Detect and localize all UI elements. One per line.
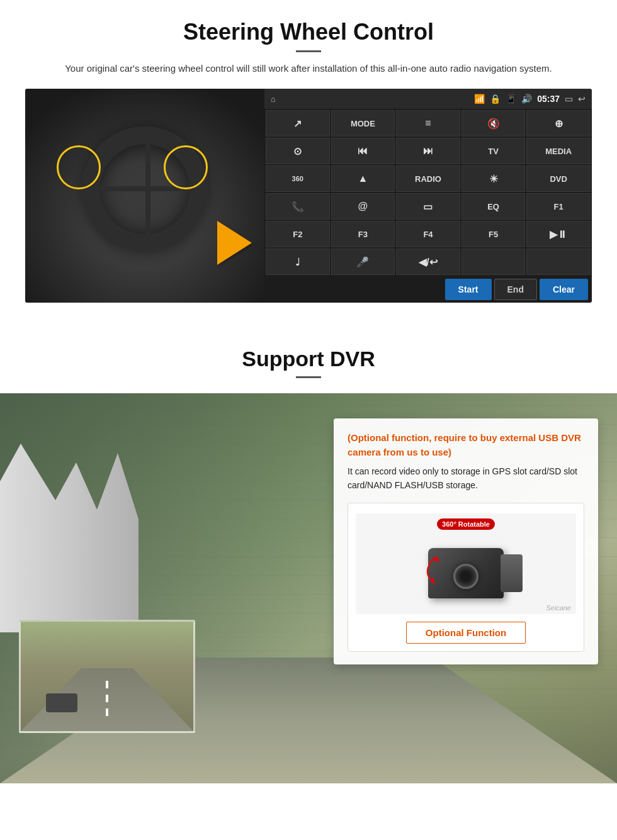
optional-function-container: Optional Function [356, 622, 576, 644]
dvr-camera-box: 360° Rotatable S [348, 503, 584, 652]
btn-music[interactable]: ♩ [266, 249, 330, 275]
btn-back-audio[interactable]: ◀/↩ [396, 249, 460, 275]
btn-settings[interactable]: ⊙ [266, 138, 330, 164]
dvr-header: Support DVR [0, 334, 617, 393]
lock-icon: 🔒 [490, 94, 501, 104]
road-line [106, 681, 108, 719]
highlight-circle-right [164, 145, 208, 189]
btn-empty1 [461, 249, 526, 275]
steering-photo [25, 89, 264, 303]
btn-navigate[interactable]: ↗ [266, 110, 330, 137]
wifi-icon: 📶 [474, 94, 485, 104]
small-car [46, 693, 77, 712]
highlight-circle-left [57, 145, 101, 189]
back-icon: ↩ [578, 94, 586, 104]
btn-f4[interactable]: F4 [396, 221, 460, 247]
btn-mode[interactable]: MODE [331, 110, 395, 137]
btn-phone[interactable]: 📞 [266, 193, 330, 220]
dvr-small-inset-photo [19, 620, 195, 733]
steering-composite: ⌂ 📶 🔒 📱 🔊 05:37 ▭ ↩ ↗ MODE ≡ 🔇 [25, 89, 592, 303]
btn-tv[interactable]: TV [461, 138, 526, 164]
btn-screen[interactable]: ▭ [396, 193, 460, 220]
optional-function-button[interactable]: Optional Function [406, 622, 526, 644]
headunit-interface: ⌂ 📶 🔒 📱 🔊 05:37 ▭ ↩ ↗ MODE ≡ 🔇 [264, 89, 592, 303]
btn-mic[interactable]: 🎤 [331, 249, 395, 275]
dvr-section: Support DVR (Optional function, require … [0, 334, 617, 783]
sim-icon: 📱 [506, 94, 516, 104]
dvr-title-divider [296, 376, 321, 378]
spoke-vertical [145, 144, 150, 235]
btn-eject[interactable]: ▲ [331, 165, 395, 192]
end-button[interactable]: End [494, 279, 537, 300]
topbar-right: 📶 🔒 📱 🔊 05:37 ▭ ↩ [474, 94, 586, 104]
btn-media[interactable]: MEDIA [526, 138, 591, 164]
btn-f3[interactable]: F3 [331, 221, 395, 247]
btn-brightness[interactable]: ☀ [461, 165, 526, 192]
camera-mount [501, 554, 523, 592]
watermark-text: Seicane [546, 604, 571, 612]
headunit-topbar: ⌂ 📶 🔒 📱 🔊 05:37 ▭ ↩ [264, 89, 592, 109]
rotate-badge: 360° Rotatable [437, 518, 495, 530]
btn-prev[interactable]: ⏮ [331, 138, 395, 164]
btn-browser[interactable]: @ [331, 193, 395, 220]
steering-section: Steering Wheel Control Your original car… [0, 0, 617, 315]
dvr-optional-notice: (Optional function, require to buy exter… [348, 431, 584, 459]
btn-f2[interactable]: F2 [266, 221, 330, 247]
btn-dvd[interactable]: DVD [526, 165, 591, 192]
buildings-left [0, 444, 139, 632]
headunit-button-grid: ↗ MODE ≡ 🔇 ⊕ ⊙ ⏮ ⏭ TV MEDIA 360 ▲ RADIO … [264, 109, 592, 276]
btn-360[interactable]: 360 [266, 165, 330, 192]
dvr-description: It can record video only to storage in G… [348, 464, 584, 493]
clear-button[interactable]: Clear [540, 279, 588, 300]
start-button[interactable]: Start [445, 279, 492, 300]
dvr-info-box: (Optional function, require to buy exter… [334, 418, 598, 664]
volume-icon: 🔊 [521, 94, 532, 104]
topbar-left: ⌂ [271, 94, 276, 104]
clock-display: 05:37 [537, 94, 560, 104]
btn-f5[interactable]: F5 [461, 221, 526, 247]
title-divider [296, 50, 321, 52]
dvr-title: Support DVR [25, 347, 592, 371]
home-icon: ⌂ [271, 94, 276, 104]
yellow-arrow [217, 221, 252, 265]
btn-empty2 [526, 249, 591, 275]
dvr-camera-visual: 360° Rotatable S [356, 513, 576, 614]
dvr-background-photo: (Optional function, require to buy exter… [0, 393, 617, 783]
btn-menu[interactable]: ≡ [396, 110, 460, 137]
btn-radio[interactable]: RADIO [396, 165, 460, 192]
headunit-bottom-bar: Start End Clear [264, 276, 592, 303]
btn-apps[interactable]: ⊕ [526, 110, 591, 137]
btn-mute[interactable]: 🔇 [461, 110, 526, 137]
camera-lens [453, 564, 478, 589]
window-icon: ▭ [565, 94, 573, 104]
camera-illustration [428, 548, 504, 598]
btn-eq[interactable]: EQ [461, 193, 526, 220]
btn-f1[interactable]: F1 [526, 193, 591, 220]
btn-playpause[interactable]: ▶⏸ [526, 221, 591, 247]
btn-next[interactable]: ⏭ [396, 138, 460, 164]
steering-title: Steering Wheel Control [25, 19, 592, 45]
rotation-arc-icon [419, 548, 450, 592]
steering-subtitle: Your original car's steering wheel contr… [50, 61, 567, 76]
